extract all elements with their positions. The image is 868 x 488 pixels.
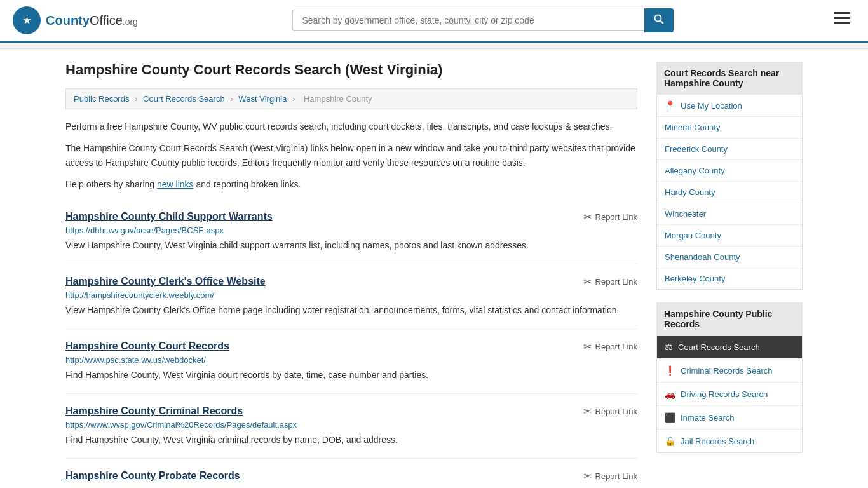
nearby-county-item[interactable]: Hardy County — [657, 182, 802, 203]
result-desc-2: View Hampshire County Clerk's Office hom… — [65, 304, 637, 317]
result-title-4[interactable]: Hampshire County Criminal Records — [65, 405, 243, 417]
nearby-county-item[interactable]: Morgan County — [657, 225, 802, 247]
use-location-link[interactable]: 📍 Use My Location — [657, 95, 802, 116]
nearby-county-link-frederick[interactable]: Frederick County — [657, 139, 802, 159]
search-input[interactable] — [292, 10, 644, 31]
svg-point-2 — [655, 15, 661, 22]
nearby-county-link-morgan[interactable]: Morgan County — [657, 225, 802, 246]
result-item: Hampshire County Probate Records ✂ Repor… — [65, 459, 637, 488]
site-header: ★ CountyOffice.org — [0, 0, 868, 43]
use-location-item[interactable]: 📍 Use My Location — [657, 95, 802, 117]
public-records-jail[interactable]: 🔒 Jail Records Search — [657, 430, 802, 452]
result-title-2[interactable]: Hampshire County Clerk's Office Website — [65, 276, 266, 287]
court-records-link[interactable]: ⚖ Court Records Search — [657, 336, 802, 358]
new-links-link[interactable]: new links — [157, 179, 194, 189]
driving-records-link[interactable]: 🚗 Driving Records Search — [657, 383, 802, 405]
public-records-driving[interactable]: 🚗 Driving Records Search — [657, 383, 802, 406]
logo[interactable]: ★ CountyOffice.org — [13, 6, 138, 34]
sub-nav-bar — [0, 43, 868, 49]
result-title-3[interactable]: Hampshire County Court Records — [65, 341, 229, 352]
nearby-county-item[interactable]: Berkeley County — [657, 268, 802, 289]
public-records-criminal[interactable]: ❗ Criminal Records Search — [657, 359, 802, 383]
nearby-county-link-mineral[interactable]: Mineral County — [657, 117, 802, 138]
search-bar — [292, 8, 674, 32]
inmate-icon: ⬛ — [665, 412, 675, 423]
jail-icon: 🔒 — [665, 436, 675, 446]
logo-text: CountyOffice.org — [46, 13, 138, 28]
report-link-2[interactable]: ✂ Report Link — [583, 276, 637, 288]
court-icon: ⚖ — [665, 342, 673, 352]
nearby-county-link-allegany[interactable]: Allegany County — [657, 160, 802, 181]
inmate-search-link[interactable]: ⬛ Inmate Search — [657, 406, 802, 429]
result-url-1[interactable]: https://dhhr.wv.gov/bcse/Pages/BCSE.aspx — [65, 226, 637, 235]
result-desc-4: Find Hampshire County, West Virginia cri… — [65, 433, 637, 447]
nearby-county-item[interactable]: Allegany County — [657, 160, 802, 182]
public-records-list: ⚖ Court Records Search ❗ Criminal Record… — [656, 336, 803, 453]
car-icon: 🚗 — [665, 389, 675, 399]
report-icon: ✂ — [583, 341, 592, 353]
menu-button[interactable] — [829, 10, 855, 31]
results-list: Hampshire County Child Support Warrants … — [65, 200, 637, 488]
breadcrumb-public-records[interactable]: Public Records — [74, 94, 129, 104]
logo-icon: ★ — [13, 6, 41, 34]
svg-rect-5 — [834, 17, 850, 19]
jail-records-link[interactable]: 🔒 Jail Records Search — [657, 430, 802, 452]
criminal-records-link[interactable]: ❗ Criminal Records Search — [657, 359, 802, 382]
public-records-inmate[interactable]: ⬛ Inmate Search — [657, 406, 802, 430]
svg-rect-6 — [834, 22, 850, 24]
description-p1: Perform a free Hampshire County, WV publ… — [65, 119, 637, 133]
result-item: Hampshire County Child Support Warrants … — [65, 200, 637, 264]
nearby-county-link-hardy[interactable]: Hardy County — [657, 182, 802, 203]
svg-rect-4 — [834, 12, 850, 14]
sidebar: Court Records Search near Hampshire Coun… — [656, 62, 803, 488]
nearby-section-title: Court Records Search near Hampshire Coun… — [656, 62, 803, 95]
report-icon: ✂ — [583, 405, 592, 417]
svg-text:★: ★ — [23, 15, 31, 25]
result-item: Hampshire County Clerk's Office Website … — [65, 264, 637, 329]
result-desc-1: View Hampshire County, West Virginia chi… — [65, 239, 637, 252]
nearby-county-link-shenandoah[interactable]: Shenandoah County — [657, 247, 802, 268]
public-records-court[interactable]: ⚖ Court Records Search — [657, 336, 802, 359]
public-records-section-title: Hampshire County Public Records — [656, 302, 803, 336]
nearby-county-link-berkeley[interactable]: Berkeley County — [657, 268, 802, 289]
content-area: Hampshire County Court Records Search (W… — [65, 62, 637, 488]
main-container: Hampshire County Court Records Search (W… — [53, 49, 815, 488]
nearby-county-item[interactable]: Shenandoah County — [657, 247, 802, 268]
description-p2: The Hampshire County Court Records Searc… — [65, 141, 637, 170]
description-p3: Help others by sharing new links and rep… — [65, 177, 637, 191]
result-url-2[interactable]: http://hampshirecountyclerk.weebly.com/ — [65, 290, 637, 300]
result-item: Hampshire County Court Records ✂ Report … — [65, 329, 637, 394]
breadcrumb-court-records[interactable]: Court Records Search — [143, 94, 225, 104]
nearby-list: 📍 Use My Location Mineral County Frederi… — [656, 95, 803, 290]
result-title-1[interactable]: Hampshire County Child Support Warrants — [65, 211, 273, 222]
result-title-5[interactable]: Hampshire County Probate Records — [65, 470, 240, 482]
result-desc-3: Find Hampshire County, West Virginia cou… — [65, 369, 637, 382]
nearby-county-item[interactable]: Winchester — [657, 203, 802, 225]
report-icon: ✂ — [583, 276, 592, 288]
svg-line-3 — [661, 21, 664, 24]
report-link-3[interactable]: ✂ Report Link — [583, 341, 637, 353]
result-item: Hampshire County Criminal Records ✂ Repo… — [65, 394, 637, 459]
nearby-county-item[interactable]: Mineral County — [657, 117, 802, 139]
result-url-3[interactable]: http://www.psc.state.wv.us/webdocket/ — [65, 355, 637, 365]
report-link-4[interactable]: ✂ Report Link — [583, 405, 637, 417]
report-link-1[interactable]: ✂ Report Link — [583, 211, 637, 223]
nearby-county-link-winchester[interactable]: Winchester — [657, 203, 802, 224]
breadcrumb: Public Records › Court Records Search › … — [65, 88, 637, 109]
nearby-county-item[interactable]: Frederick County — [657, 139, 802, 160]
report-icon: ✂ — [583, 470, 592, 482]
report-link-5[interactable]: ✂ Report Link — [583, 470, 637, 482]
report-icon: ✂ — [583, 211, 592, 223]
breadcrumb-current: Hampshire County — [304, 94, 372, 104]
criminal-icon: ❗ — [665, 365, 675, 376]
result-url-4[interactable]: https://www.wvsp.gov/Criminal%20Records/… — [65, 420, 637, 430]
page-title: Hampshire County Court Records Search (W… — [65, 62, 637, 78]
search-button[interactable] — [644, 8, 674, 32]
breadcrumb-west-virginia[interactable]: West Virginia — [238, 94, 287, 104]
location-icon: 📍 — [665, 100, 675, 111]
